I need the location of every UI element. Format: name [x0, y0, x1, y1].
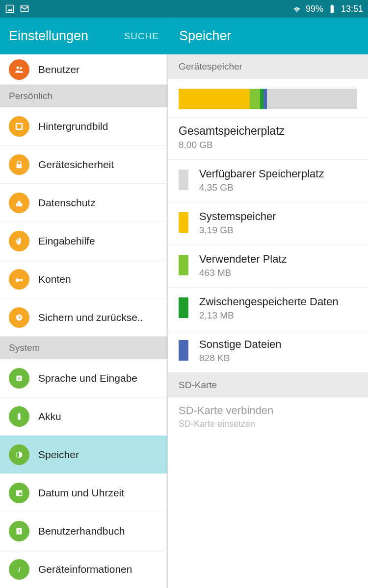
sidebar-item-accessibility[interactable]: Eingabehilfe	[0, 222, 167, 260]
sidebar-item-label: Sprache und Eingabe	[38, 372, 137, 384]
storage-row-used[interactable]: Verwendeter Platz 463 MB	[168, 245, 368, 288]
storage-bar-segment	[263, 89, 267, 109]
image-icon	[5, 4, 15, 14]
sidebar-item-label: Datum und Uhrzeit	[38, 487, 124, 499]
sidebar-item-storage[interactable]: Speicher	[0, 436, 167, 474]
svg-rect-19	[19, 413, 20, 414]
storage-row-label: Zwischengespeicherte Daten	[199, 295, 339, 308]
battery-icon	[327, 4, 337, 14]
key-icon	[9, 269, 29, 290]
sidebar-item-battery[interactable]: Akku	[0, 397, 167, 436]
svg-point-6	[20, 67, 22, 69]
sidebar-item-label: Gerätesicherheit	[38, 159, 114, 171]
storage-bar-segment	[260, 89, 263, 109]
storage-row-value: 828 KB	[199, 353, 282, 364]
hand-icon	[9, 231, 29, 251]
wallpaper-icon	[9, 116, 29, 137]
sidebar-item-privacy[interactable]: Datenschutz	[0, 184, 167, 222]
storage-usage-bar	[179, 89, 357, 109]
battery-percent: 99%	[306, 4, 323, 14]
sidebar-item-label: Konten	[38, 273, 71, 285]
svg-point-5	[17, 66, 20, 69]
storage-total-row[interactable]: Gesamtspeicherplatz 8,00 GB	[168, 118, 368, 160]
svg-rect-10	[16, 203, 23, 206]
sidebar-item-backup[interactable]: Sichern und zurückse..	[0, 298, 167, 337]
clock-text: 13:51	[341, 4, 363, 14]
sidebar-item-datetime[interactable]: Datum und Uhrzeit	[0, 474, 167, 512]
storage-row-cached[interactable]: Zwischengespeicherte Daten 2,13 MB	[168, 288, 368, 330]
swatch-used	[179, 255, 188, 275]
svg-rect-0	[6, 5, 14, 13]
sidebar-item-manual[interactable]: ? Benutzerhandbuch	[0, 512, 167, 550]
section-device-storage: Gerätespeicher	[168, 54, 368, 79]
svg-rect-8	[17, 124, 21, 128]
storage-row-value: 4,35 GB	[199, 182, 324, 193]
calendar-icon	[9, 483, 29, 503]
search-button[interactable]: SUCHE	[124, 31, 159, 42]
sd-connect-sub: SD-Karte einsetzen	[179, 419, 357, 429]
swatch-cached	[179, 297, 188, 318]
sidebar-item-label: Hintergrundbild	[38, 121, 108, 132]
sidebar-item-label: Akku	[38, 411, 61, 422]
svg-rect-9	[17, 164, 22, 168]
sidebar-item-label: Benutzer	[38, 64, 79, 75]
sidebar-item-accounts[interactable]: Konten	[0, 260, 167, 298]
swatch-system	[179, 212, 188, 233]
sidebar-item-label: Eingabehilfe	[38, 235, 95, 247]
storage-bar-segment	[250, 89, 260, 109]
svg-point-12	[16, 278, 19, 282]
privacy-icon	[9, 193, 29, 213]
storage-row-value: 463 MB	[199, 268, 287, 278]
svg-rect-4	[331, 5, 333, 6]
sidebar-item-label: Benutzerhandbuch	[38, 525, 125, 537]
sidebar-section-personal: Persönlich	[0, 85, 167, 107]
page-header: Speicher	[168, 18, 368, 54]
gmail-icon	[20, 4, 29, 14]
sidebar-item-language[interactable]: A Sprache und Eingabe	[0, 359, 167, 397]
storage-bar-segment	[179, 89, 250, 109]
svg-text:A: A	[18, 376, 21, 381]
sidebar-section-system: System	[0, 337, 167, 359]
backup-icon	[9, 307, 29, 328]
settings-header: Einstellungen SUCHE	[0, 18, 168, 54]
storage-row-label: Verwendeter Platz	[199, 253, 287, 266]
storage-row-label: Systemspeicher	[199, 210, 276, 223]
storage-row-label: Sonstige Dateien	[199, 338, 282, 351]
swatch-available	[179, 170, 188, 190]
svg-point-22	[19, 492, 22, 495]
storage-panel: Gerätespeicher Gesamtspeicherplatz 8,00 …	[168, 54, 368, 588]
storage-total-value: 8,00 GB	[179, 140, 357, 150]
sidebar-item-deviceinfo[interactable]: i Geräteinformationen	[0, 550, 167, 588]
swatch-other	[179, 340, 188, 361]
storage-icon	[9, 444, 29, 465]
battery-icon	[9, 406, 29, 427]
sidebar-item-label: Datenschutz	[38, 197, 96, 209]
page-title: Speicher	[179, 28, 232, 44]
section-sd-card: SD-Karte	[168, 373, 368, 397]
svg-rect-11	[18, 201, 21, 203]
sidebar-item-users[interactable]: Benutzer	[0, 54, 167, 85]
svg-text:i: i	[18, 565, 20, 573]
storage-row-value: 2,13 MB	[199, 310, 339, 321]
sidebar-item-label: Sichern und zurückse..	[38, 312, 143, 323]
sidebar-item-security[interactable]: Gerätesicherheit	[0, 146, 167, 184]
settings-sidebar[interactable]: Benutzer Persönlich Hintergrundbild Gerä…	[0, 54, 168, 588]
svg-text:?: ?	[18, 529, 20, 533]
svg-rect-14	[22, 279, 23, 282]
language-icon: A	[9, 368, 29, 389]
settings-title: Einstellungen	[9, 28, 88, 44]
info-icon: i	[9, 559, 29, 580]
storage-row-system[interactable]: Systemspeicher 3,19 GB	[168, 202, 368, 245]
svg-rect-3	[331, 5, 334, 13]
sd-connect-row: SD-Karte verbinden SD-Karte einsetzen	[168, 397, 368, 438]
storage-row-other[interactable]: Sonstige Dateien 828 KB	[168, 330, 368, 373]
status-bar: 99% 13:51	[0, 0, 368, 18]
svg-rect-18	[18, 414, 21, 419]
storage-row-available[interactable]: Verfügbarer Speicherplatz 4,35 GB	[168, 160, 368, 202]
sidebar-item-wallpaper[interactable]: Hintergrundbild	[0, 107, 167, 146]
storage-row-value: 3,19 GB	[199, 225, 276, 236]
users-icon	[9, 59, 29, 80]
storage-row-label: Verfügbarer Speicherplatz	[199, 168, 324, 180]
svg-marker-1	[7, 8, 12, 11]
lock-icon	[9, 154, 29, 175]
